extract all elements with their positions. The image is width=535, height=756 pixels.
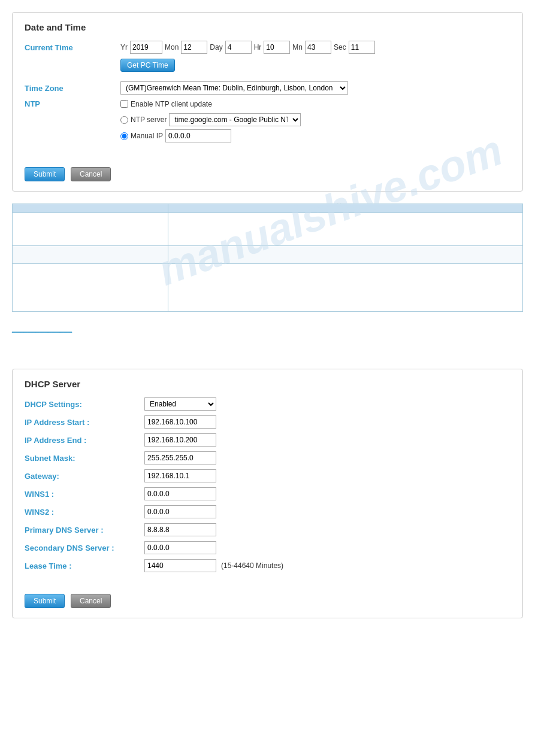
ntp-server-radio-label[interactable]: NTP server time.google.com - Google Publ… [120,113,510,126]
dhcp-settings-select[interactable]: Enabled Disabled [144,397,216,411]
wins1-label: WINS1 : [25,490,144,499]
table-cell [13,264,168,312]
gateway-input[interactable] [144,469,216,482]
mon-label: Mon [165,43,179,51]
underline-area: _______________ [12,324,523,333]
ntp-row: NTP Enable NTP client update [25,99,510,108]
dhcp-cancel-button[interactable]: Cancel [71,594,111,608]
ip-end-input[interactable] [144,433,216,447]
datetime-title: Date and Time [25,22,510,32]
timezone-row: Time Zone (GMT)Greenwich Mean Time: Dubl… [25,81,510,95]
primary-dns-row: Primary DNS Server : [25,523,510,536]
ntp-server-label: NTP server [131,116,167,124]
dhcp-button-row: Submit Cancel [25,594,510,608]
gateway-label: Gateway: [25,472,144,481]
wins1-row: WINS1 : [25,487,510,500]
primary-dns-label: Primary DNS Server : [25,526,144,535]
ip-start-label: IP Address Start : [25,418,144,427]
col1-header [13,204,168,213]
ip-end-row: IP Address End : [25,433,510,447]
ntp-checkbox[interactable] [120,100,128,108]
sec-input[interactable] [349,41,375,54]
table-section [12,204,523,312]
mon-input[interactable] [181,41,207,54]
current-time-row: Current Time Yr Mon Day Hr Mn Sec [25,41,510,54]
yr-input[interactable] [130,41,162,54]
ntp-checkbox-label[interactable]: Enable NTP client update [120,100,212,108]
hr-input[interactable] [264,41,290,54]
timezone-label: Time Zone [25,84,120,93]
dhcp-submit-button[interactable]: Submit [25,594,65,608]
wins2-label: WINS2 : [25,508,144,517]
manual-ip-label: Manual IP [131,132,163,140]
secondary-dns-label: Secondary DNS Server : [25,544,144,552]
table-cell [168,213,523,246]
manual-ip-radio-label[interactable]: Manual IP [120,129,510,142]
table-row [13,264,523,312]
day-input[interactable] [225,41,252,54]
primary-dns-input[interactable] [144,523,216,536]
manual-ip-radio[interactable] [120,132,128,140]
lease-time-label: Lease Time : [25,561,144,570]
yr-label: Yr [120,43,128,51]
datetime-panel: Date and Time Current Time Yr Mon Day Hr… [12,12,523,192]
lease-time-input[interactable] [144,559,216,572]
table-row [13,246,523,264]
subnet-input[interactable] [144,451,216,464]
mn-input[interactable] [305,41,331,54]
table-cell [168,246,523,264]
ip-end-label: IP Address End : [25,436,144,445]
gateway-row: Gateway: [25,469,510,482]
hr-label: Hr [254,43,262,51]
underline-link[interactable]: _______________ [12,324,72,333]
middle-section: manualshive.com [12,204,523,312]
day-label: Day [210,43,222,51]
sec-label: Sec [334,43,346,51]
ntp-label: NTP [25,99,120,108]
current-time-label: Current Time [25,43,120,52]
get-pc-time-row: Get PC Time [25,59,510,77]
col2-header [168,204,523,213]
secondary-dns-row: Secondary DNS Server : [25,541,510,554]
wins1-input[interactable] [144,487,216,500]
lease-time-hint: (15-44640 Minutes) [221,561,283,570]
secondary-dns-input[interactable] [144,541,216,554]
subnet-row: Subnet Mask: [25,451,510,464]
table-row [13,213,523,246]
table-cell [13,246,168,264]
dhcp-title: DHCP Server [25,379,510,389]
dhcp-panel: DHCP Server DHCP Settings: Enabled Disab… [12,369,523,618]
datetime-cancel-button[interactable]: Cancel [71,167,111,181]
get-pc-time-button[interactable]: Get PC Time [120,59,175,72]
datetime-submit-button[interactable]: Submit [25,167,65,181]
manual-ip-input[interactable] [165,129,231,142]
wins2-row: WINS2 : [25,505,510,518]
data-table [12,204,523,312]
ip-start-input[interactable] [144,415,216,429]
datetime-button-row: Submit Cancel [25,167,510,181]
ntp-server-select[interactable]: time.google.com - Google Public NTP [169,113,301,126]
table-cell [13,213,168,246]
subnet-label: Subnet Mask: [25,454,144,463]
ip-start-row: IP Address Start : [25,415,510,429]
mn-label: Mn [292,43,303,51]
ntp-server-radio[interactable] [120,116,128,124]
time-inputs: Yr Mon Day Hr Mn Sec [120,41,375,54]
ntp-options-row: NTP server time.google.com - Google Publ… [120,113,510,145]
timezone-select[interactable]: (GMT)Greenwich Mean Time: Dublin, Edinbu… [120,81,348,95]
wins2-input[interactable] [144,505,216,518]
lease-time-row: Lease Time : (15-44640 Minutes) [25,559,510,572]
dhcp-settings-label: DHCP Settings: [25,400,144,409]
table-cell [168,264,523,312]
dhcp-settings-row: DHCP Settings: Enabled Disabled [25,397,510,411]
